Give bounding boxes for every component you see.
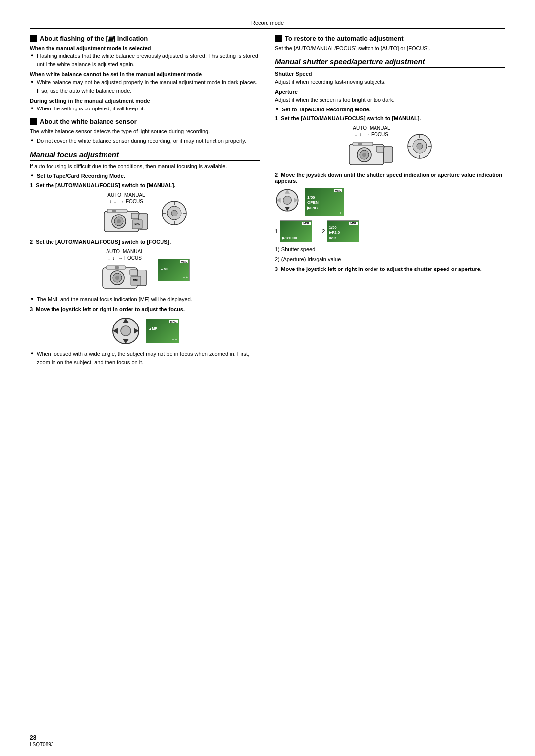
camera-svg-circle bbox=[161, 200, 188, 227]
joystick-svg bbox=[111, 316, 141, 346]
numbered-screens: 1 MNL ▶1/1000 2 bbox=[275, 220, 505, 242]
screen-display-1: MNL ▶1/1000 bbox=[280, 220, 312, 242]
screen-display-focus: MNL ▲MF − + bbox=[146, 319, 179, 343]
diagram-amf-shutter: AUTO MANUAL ↓ ↓ → FOCUS bbox=[275, 125, 505, 168]
step3-shutter-text: 3 Move the joystick left or right in ord… bbox=[275, 266, 505, 272]
screen-diagrams-shutter: MNL 1/50 OPEN ▶0dB − + bbox=[275, 188, 505, 216]
black-square-icon-2 bbox=[30, 118, 37, 125]
camera-diagram-shutter: AUTO MANUAL ↓ ↓ → FOCUS bbox=[347, 125, 396, 168]
svg-point-36 bbox=[362, 153, 366, 157]
manual-focus-body: If auto focusing is difficult due to the… bbox=[30, 162, 260, 171]
camera-diagram-1: AUTO MANUAL ↓ ↓ → FOCUS bbox=[102, 192, 151, 235]
subsection-white-balance-cannot: When white balance cannot be set in the … bbox=[30, 71, 260, 77]
right-column: To restore to the automatic adjustment S… bbox=[275, 35, 505, 367]
step1-shutter-text: 1 Set the [AUTO/MANUAL/FOCUS] switch to … bbox=[275, 115, 505, 121]
step2-shutter: 2 Move the joystick down until the shutt… bbox=[275, 172, 505, 184]
black-square-icon bbox=[30, 35, 37, 42]
page-number: 28 bbox=[30, 734, 36, 741]
screen-1-container: 1 MNL ▶1/1000 bbox=[275, 220, 312, 242]
aperture-heading: Aperture bbox=[275, 89, 505, 95]
screen-item-1: 1 MNL ▶1/1000 bbox=[275, 220, 312, 242]
camera-svg-shutter bbox=[347, 139, 396, 168]
joystick-down-area bbox=[275, 188, 300, 213]
svg-point-43 bbox=[417, 143, 423, 149]
step3-text: 3 Move the joystick left or right in ord… bbox=[30, 306, 260, 312]
shutter-speed-body: Adjust it when recording fast-moving sub… bbox=[275, 78, 505, 86]
step2-text: 2 Set the [AUTO/MANUAL/FOCUS] switch to … bbox=[30, 239, 260, 245]
subsection-manual-selected: When the manual adjustment mode is selec… bbox=[30, 45, 260, 51]
step2-shutter-text: 2 Move the joystick down until the shutt… bbox=[275, 172, 505, 184]
diagram-amf-2: AUTO MANUAL ↓ ↓ → FOCUS bbox=[30, 249, 260, 291]
section-wb-sensor: About the white balance sensor The white… bbox=[30, 118, 260, 145]
screen-item-2: 2 MNL 1/50 ▶F2.0 0dB bbox=[322, 220, 359, 242]
caption-aperture: 2) (Aperture) Iris/gain value bbox=[275, 255, 505, 264]
restore-auto-body: Set the [AUTO/MANUAL/FOCUS] switch to [A… bbox=[275, 44, 505, 53]
svg-point-12 bbox=[171, 210, 177, 216]
section-restore-auto: To restore to the automatic adjustment S… bbox=[275, 35, 505, 53]
section-shutter-aperture: Manual shutter speed/aperture adjustment… bbox=[275, 57, 505, 272]
svg-point-53 bbox=[283, 196, 292, 205]
bullet-flashing-stored: Flashing indicates that the white balanc… bbox=[30, 52, 260, 68]
bullet-white-balance-dark: White balance may not be adjusted proper… bbox=[30, 78, 260, 95]
section-flashing: About flashing of the [▦] indication Whe… bbox=[30, 35, 260, 113]
bullet-set-tape-card-2: Set to Tape/Card Recording Mode. bbox=[275, 106, 505, 114]
large-screen-shutter: MNL 1/50 OPEN ▶0dB − + bbox=[305, 188, 344, 216]
step3-shutter: 3 Move the joystick left or right in ord… bbox=[275, 266, 505, 272]
svg-rect-23 bbox=[115, 266, 119, 269]
section-manual-focus: Manual focus adjustment If auto focusing… bbox=[30, 150, 260, 367]
caption-shutter-speed: 1) Shutter speed bbox=[275, 245, 505, 254]
svg-rect-6 bbox=[112, 210, 116, 212]
bullet-wide-angle-focus: When focused with a wide angle, the subj… bbox=[30, 350, 260, 366]
circle-control-shutter bbox=[406, 133, 433, 161]
page-header: Record mode bbox=[30, 20, 505, 29]
joystick-down-svg bbox=[275, 188, 300, 213]
bullet-wb-sensor-cover: Do not cover the white balance sensor du… bbox=[30, 137, 260, 145]
shutter-aperture-heading: Manual shutter speed/aperture adjustment bbox=[275, 57, 505, 68]
screen-display-mf: MNL ▲MF − + bbox=[158, 259, 190, 281]
screen-2-container: 2 MNL 1/50 ▶F2.0 0dB bbox=[322, 220, 359, 242]
section-restore-title: To restore to the automatic adjustment bbox=[275, 35, 505, 42]
step1-text: 1 Set the [AUTO/MANUAL/FOCUS] switch to … bbox=[30, 182, 260, 188]
manual-focus-heading: Manual focus adjustment bbox=[30, 150, 260, 161]
subsection-during-setting: During setting in the manual adjustment … bbox=[30, 98, 260, 104]
svg-rect-38 bbox=[353, 142, 373, 146]
section-wb-sensor-title: About the white balance sensor bbox=[30, 118, 260, 125]
svg-rect-39 bbox=[358, 143, 362, 145]
bullet-mnl-mf-displayed: The MNL and the manual focus indication … bbox=[30, 295, 260, 304]
circle-svg-shutter bbox=[406, 133, 433, 160]
left-column: About flashing of the [▦] indication Whe… bbox=[30, 35, 260, 367]
wb-sensor-body: The white balance sensor detects the typ… bbox=[30, 127, 260, 136]
step3-focus: 3 Move the joystick left or right in ord… bbox=[30, 306, 260, 312]
screen-display-2: MNL 1/50 ▶F2.0 0dB bbox=[327, 220, 359, 242]
shutter-speed-heading: Shutter Speed bbox=[275, 71, 505, 77]
svg-point-3 bbox=[117, 219, 121, 223]
camera-svg-2: MNL bbox=[100, 263, 150, 291]
camera-diagram-2: AUTO MANUAL ↓ ↓ → FOCUS bbox=[100, 249, 150, 291]
header-title: Record mode bbox=[251, 20, 284, 26]
svg-point-32 bbox=[121, 326, 131, 336]
bullet-set-tape-card: Set to Tape/Card Recording Mode. bbox=[30, 172, 260, 180]
bullet-keep-lit: When the setting is completed, it will k… bbox=[30, 105, 260, 113]
screen-number-2: 2 bbox=[322, 228, 325, 234]
svg-rect-40 bbox=[384, 147, 393, 162]
model-number: LSQT0893 bbox=[30, 742, 54, 747]
diagram-amf-1: AUTO MANUAL ↓ ↓ → FOCUS bbox=[30, 192, 260, 235]
black-square-icon-3 bbox=[275, 35, 282, 42]
step1-shutter: 1 Set the [AUTO/MANUAL/FOCUS] switch to … bbox=[275, 115, 505, 121]
step1-focus: 1 Set the [AUTO/MANUAL/FOCUS] switch to … bbox=[30, 182, 260, 188]
step2-focus: 2 Set the [AUTO/MANUAL/FOCUS] switch to … bbox=[30, 239, 260, 245]
svg-text:MNL: MNL bbox=[133, 279, 139, 282]
diagram-joystick-focus: MNL ▲MF − + bbox=[30, 316, 260, 346]
page: Record mode About flashing of the [▦] in… bbox=[0, 0, 535, 756]
svg-text:MNL: MNL bbox=[135, 222, 140, 225]
aperture-body: Adjust it when the screen is too bright … bbox=[275, 96, 505, 104]
camera-svg-1: MNL bbox=[102, 206, 151, 235]
screen-number-1: 1 bbox=[275, 228, 278, 234]
screen-mnl-mf: MNL ▲MF − + bbox=[158, 259, 190, 281]
section-flashing-title: About flashing of the [▦] indication bbox=[30, 35, 260, 42]
svg-rect-5 bbox=[107, 209, 127, 213]
two-col-layout: About flashing of the [▦] indication Whe… bbox=[30, 35, 505, 367]
screen-shutter-main: MNL 1/50 OPEN ▶0dB − + bbox=[305, 188, 344, 216]
camera-diagram-focus bbox=[161, 200, 188, 227]
svg-point-20 bbox=[115, 276, 119, 280]
